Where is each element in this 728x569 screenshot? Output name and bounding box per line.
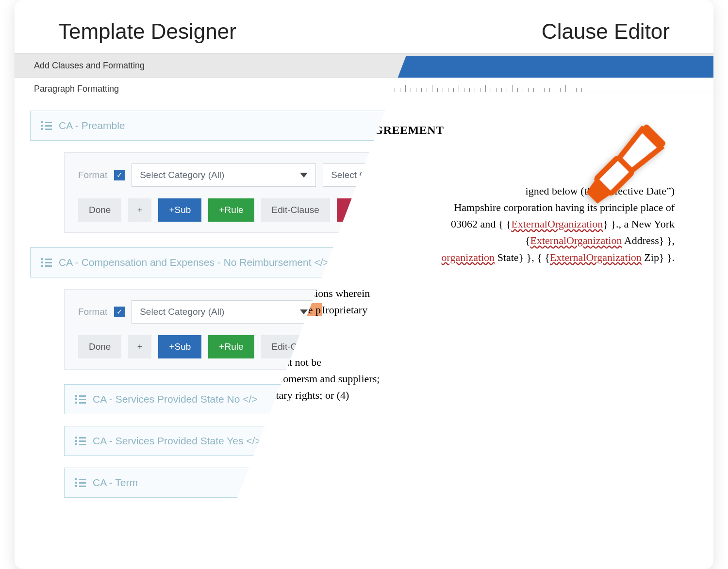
title-right: Clause Editor [542,19,670,44]
highlighter-icon [578,114,684,241]
list-icon [41,258,52,267]
chevron-down-icon [300,173,308,178]
list-icon [75,437,86,445]
merge-field: organization [442,251,495,263]
format-label: Format [78,170,107,180]
clause-title: CA - Services Provided State Yes </> [93,435,261,447]
list-icon [75,478,86,487]
done-button[interactable]: Done [78,335,121,358]
rule-button[interactable]: +Rule [208,198,254,222]
format-label: Format [78,307,107,317]
select-category[interactable]: Select Category (All) [132,163,316,187]
sub-button[interactable]: +Sub [158,335,201,358]
sub-button[interactable]: +Sub [158,198,201,222]
select-category[interactable]: Select Category (All) [132,300,316,324]
chevron-down-icon [300,309,308,314]
merge-field: ExternalOrganization [550,251,642,263]
done-button[interactable]: Done [78,198,121,222]
list-icon [41,121,52,130]
add-button[interactable]: + [128,198,151,222]
clause-title: CA - Services Provided State No </> [93,393,258,405]
title-left: Template Designer [58,19,236,44]
add-button[interactable]: + [128,335,151,358]
clause-title: CA - Term [93,477,138,488]
clause-title: CA - Preamble [59,120,125,131]
format-checkbox[interactable]: ✓ [114,170,125,180]
list-icon [75,395,86,404]
edit-clause-button[interactable]: Edit-Clause [261,198,330,222]
clause-title: CA - Compensation and Expenses - No Reim… [59,257,329,268]
rule-button[interactable]: +Rule [208,335,254,358]
format-checkbox[interactable]: ✓ [114,307,125,317]
